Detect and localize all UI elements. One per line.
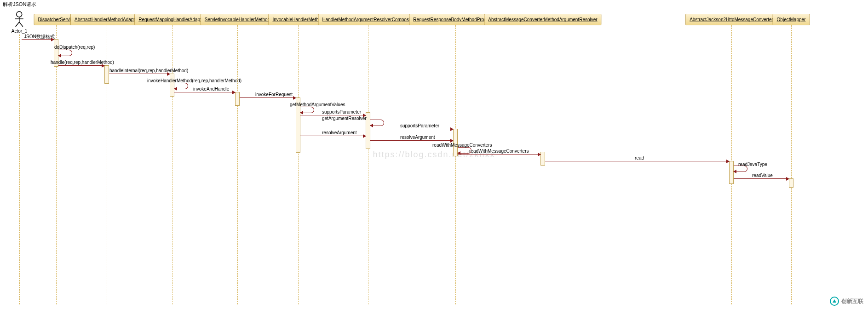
message-label: resolveArgument bbox=[322, 130, 357, 135]
lifeline bbox=[791, 25, 792, 304]
lifeline bbox=[298, 25, 299, 304]
participant-header: RequestMappingHandlerAdapter bbox=[134, 14, 210, 25]
participant-header: AbstractJackson2HttpMessageConverter bbox=[685, 14, 777, 25]
brand-icon bbox=[829, 296, 839, 306]
participant-header: ObjectMapper bbox=[773, 14, 810, 25]
message-label: handleInternal(req,rep,handlerMethod) bbox=[109, 68, 188, 73]
message-label: invokeHandlerMethod(req,rep,handlerMetho… bbox=[147, 78, 241, 83]
message-label: resolveArgument bbox=[400, 135, 435, 140]
activation bbox=[540, 152, 545, 166]
activation bbox=[235, 92, 240, 106]
message-label: doDispatch(req,rep) bbox=[54, 45, 95, 50]
svg-line-3 bbox=[16, 22, 19, 27]
lifeline bbox=[368, 25, 368, 304]
message-label: JSON数据格式 bbox=[24, 34, 55, 40]
message-label: read bbox=[635, 155, 644, 160]
message-arrow bbox=[458, 154, 540, 154]
message-arrow bbox=[734, 178, 789, 179]
svg-line-4 bbox=[19, 22, 23, 27]
actor: Actor_1 bbox=[11, 11, 27, 34]
message-arrow bbox=[109, 74, 170, 74]
message-label: readWithMessageConverters bbox=[432, 143, 492, 148]
message-arrow bbox=[300, 136, 366, 136]
brand-text: 创新互联 bbox=[841, 298, 863, 305]
activation bbox=[104, 65, 109, 84]
actor-icon bbox=[13, 11, 25, 28]
message-label: readWithMessageConverters bbox=[469, 149, 529, 154]
svg-point-0 bbox=[17, 11, 22, 17]
participant-header: AbstractMessageConverterMethodArgumentRe… bbox=[484, 14, 601, 25]
lifeline bbox=[237, 25, 238, 304]
self-call bbox=[174, 83, 188, 89]
message-label: supportsParameter bbox=[400, 123, 439, 128]
message-arrow bbox=[370, 140, 453, 141]
message-label: handle(req,rep,handlerMethod) bbox=[51, 60, 114, 65]
self-call bbox=[370, 120, 384, 126]
diagram-title: 解析JSON请求 bbox=[3, 1, 36, 8]
lifeline-actor bbox=[19, 34, 20, 304]
actor-label: Actor_1 bbox=[11, 29, 27, 34]
message-arrow bbox=[300, 115, 366, 115]
message-label: getMethodArgumentValues bbox=[290, 102, 345, 107]
participant-header: HandlerMethodArgumentResolverComposite bbox=[318, 14, 418, 25]
message-label: invokeAndHandle bbox=[193, 86, 229, 92]
message-label: readValue bbox=[752, 173, 773, 178]
message-arrow bbox=[240, 97, 296, 98]
message-label: readJavaType bbox=[738, 162, 767, 167]
participant-header: AbstractHandlerMethodAdapter bbox=[70, 14, 143, 25]
activation bbox=[170, 74, 174, 97]
activation bbox=[789, 178, 793, 188]
brand-logo: 创新互联 bbox=[829, 296, 863, 306]
lifeline bbox=[455, 25, 456, 304]
self-call bbox=[300, 107, 314, 113]
lifeline bbox=[56, 25, 57, 304]
message-label: getArgumentResolver bbox=[322, 116, 367, 121]
message-arrow bbox=[545, 161, 729, 161]
message-label: invokeForRequest bbox=[255, 92, 293, 97]
message-arrow bbox=[370, 129, 453, 129]
message-label: supportsParameter bbox=[322, 109, 361, 114]
lifeline bbox=[172, 25, 172, 304]
self-call bbox=[58, 50, 72, 56]
message-arrow bbox=[58, 65, 104, 66]
message-arrow bbox=[174, 92, 235, 92]
participant-header: ServletInvocableHandlerMethod bbox=[201, 14, 274, 25]
